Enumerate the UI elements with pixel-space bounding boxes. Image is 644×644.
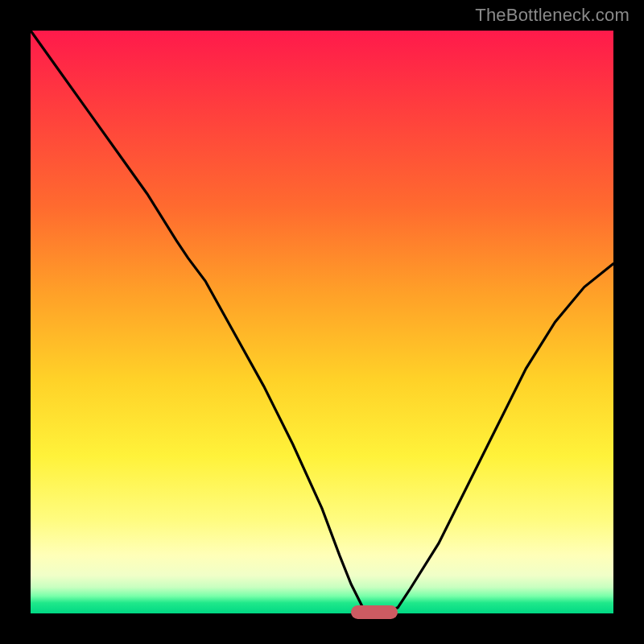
bottleneck-curve: [31, 31, 613, 613]
chart-svg: [31, 31, 613, 613]
chart-frame: TheBottleneck.com: [0, 0, 644, 644]
optimum-marker-pill: [351, 605, 398, 619]
watermark-text: TheBottleneck.com: [475, 5, 630, 26]
